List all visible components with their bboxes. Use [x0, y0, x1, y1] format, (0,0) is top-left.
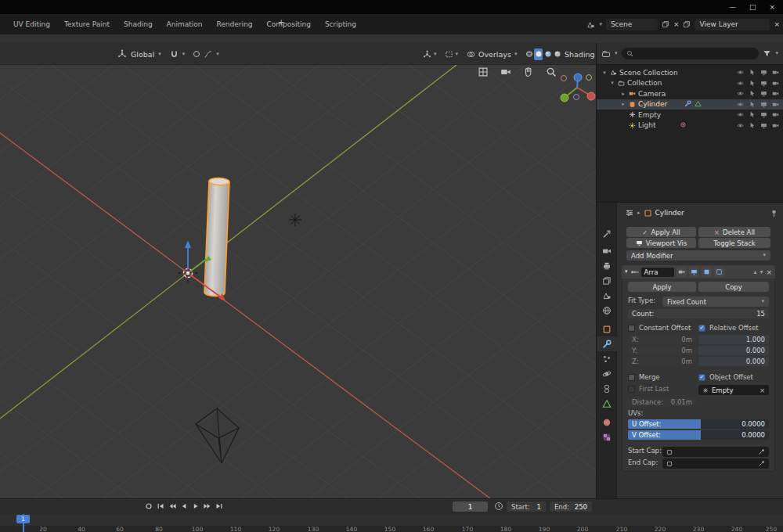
timeline-track[interactable]: [0, 514, 783, 526]
render-visibility-icon[interactable]: [772, 69, 779, 76]
axis-z-neg-handle[interactable]: [574, 95, 579, 100]
workspace-tab[interactable]: UV Editing: [6, 16, 57, 32]
properties-tab[interactable]: [597, 336, 617, 351]
modifier-close-button[interactable]: ×: [766, 268, 772, 276]
modifier-oncage-toggle[interactable]: [714, 267, 724, 277]
properties-tab[interactable]: [597, 258, 617, 273]
auto-keying-toggle[interactable]: [143, 501, 153, 512]
clear-object-button[interactable]: ×: [760, 386, 765, 394]
outliner-item-label[interactable]: Collection: [627, 79, 662, 87]
properties-tab[interactable]: [597, 273, 617, 288]
minimize-button[interactable]: —: [729, 3, 736, 11]
fit-type-dropdown[interactable]: Fixed Count: [662, 297, 769, 307]
first-last-checkbox[interactable]: [628, 386, 635, 393]
hide-eye-icon[interactable]: [737, 111, 744, 118]
eyedropper-icon[interactable]: [758, 460, 765, 467]
workspace-tab[interactable]: Scripting: [318, 16, 363, 32]
properties-tab[interactable]: [597, 381, 617, 396]
scene-name-field[interactable]: Scene: [606, 19, 658, 31]
new-scene-icon[interactable]: [662, 20, 669, 28]
object-offset-checkbox[interactable]: ✓: [698, 374, 705, 381]
render-visibility-icon[interactable]: [772, 90, 779, 97]
selectable-cursor-icon[interactable]: [749, 101, 756, 108]
properties-tab[interactable]: [597, 322, 617, 336]
frame-end-field[interactable]: End:250: [550, 501, 592, 512]
constant-offset-field[interactable]: Z:0m: [628, 357, 696, 366]
count-field[interactable]: Count: 15: [628, 309, 769, 318]
outliner-item-label[interactable]: Camera: [638, 90, 666, 98]
delete-all-button[interactable]: ×Delete All: [698, 227, 770, 237]
grid-snap-tool-icon[interactable]: [478, 66, 489, 77]
modifier-copy-button[interactable]: Copy: [698, 282, 769, 292]
snap-magnet-icon[interactable]: [170, 50, 179, 59]
array-modifier-header[interactable]: Arra ▴ ▾ ×: [622, 265, 775, 279]
modifier-editmode-toggle[interactable]: [702, 267, 712, 277]
workspace-tab[interactable]: Texture Paint: [57, 16, 117, 32]
axis-y-handle[interactable]: [561, 94, 568, 102]
use-preview-range-clock-icon[interactable]: [494, 501, 503, 511]
breadcrumb-object-name[interactable]: Cylinder: [655, 209, 684, 217]
play-reverse-button[interactable]: [179, 501, 189, 512]
properties-tab[interactable]: [597, 351, 617, 366]
outliner-item-label[interactable]: Cylinder: [638, 100, 667, 108]
relative-offset-checkbox[interactable]: ✓: [698, 325, 705, 332]
v-offset-slider[interactable]: V Offset: 0.0000: [628, 430, 769, 440]
merge-distance-field[interactable]: Distance: 0.01m: [628, 397, 696, 407]
modifier-move-up-button[interactable]: ▴: [753, 269, 756, 275]
shading-solid-button[interactable]: [534, 49, 543, 60]
selectable-cursor-icon[interactable]: [749, 90, 756, 97]
add-workspace-button[interactable]: +: [272, 14, 290, 31]
modifier-name-field[interactable]: Arra: [641, 268, 674, 277]
modifier-expand-icon[interactable]: [625, 269, 628, 275]
outliner-row[interactable]: ▸ Camera: [597, 88, 783, 99]
frame-start-field[interactable]: Start:1: [507, 501, 546, 512]
filter-funnel-icon[interactable]: [763, 49, 771, 58]
hide-eye-icon[interactable]: [737, 80, 744, 87]
selectable-cursor-icon[interactable]: [749, 111, 756, 118]
falloff-dropdown[interactable]: [216, 52, 219, 57]
render-visibility-icon[interactable]: [772, 101, 779, 108]
cylinder-object[interactable]: [204, 178, 229, 297]
relative-offset-field[interactable]: 0.000: [698, 346, 769, 355]
modifier-apply-button[interactable]: Apply: [628, 282, 696, 292]
properties-tab[interactable]: [597, 415, 617, 430]
start-cap-field[interactable]: [662, 447, 769, 457]
constant-offset-checkbox[interactable]: [628, 325, 635, 332]
workspace-tab[interactable]: Animation: [160, 16, 210, 32]
properties-editor-icon[interactable]: [625, 208, 634, 217]
selectable-cursor-icon[interactable]: [749, 69, 756, 76]
properties-tab[interactable]: [597, 288, 617, 303]
outliner-item-label[interactable]: Light: [638, 121, 655, 129]
end-cap-field[interactable]: [662, 458, 769, 469]
axis-x-handle[interactable]: [587, 92, 595, 100]
shading-rendered-button[interactable]: [553, 49, 561, 60]
unlink-scene-button[interactable]: ×: [673, 20, 680, 28]
timeline-ruler[interactable]: 2040608010011012013014015016017018019020…: [0, 526, 783, 532]
scene-browse-dropdown[interactable]: [599, 22, 602, 27]
proportional-falloff-icon[interactable]: [204, 50, 212, 59]
shading-dropdown[interactable]: Shading: [565, 43, 600, 65]
axis-z-handle[interactable]: [574, 74, 582, 81]
properties-tab[interactable]: [597, 366, 617, 381]
selectable-cursor-icon[interactable]: [749, 80, 756, 87]
viewport-canvas[interactable]: [0, 65, 596, 498]
constant-offset-field[interactable]: Y:0m: [628, 346, 696, 355]
axis-x-neg-handle[interactable]: [561, 76, 567, 81]
outliner-editor-icon[interactable]: [601, 49, 611, 59]
outliner-row[interactable]: Light: [597, 120, 783, 131]
relative-offset-field[interactable]: 1.000: [698, 335, 769, 344]
render-visibility-icon[interactable]: [772, 122, 779, 129]
viewport-visibility-icon[interactable]: [760, 80, 767, 87]
previous-keyframe-button[interactable]: [167, 501, 177, 512]
empty-object[interactable]: [289, 214, 301, 226]
modifier-render-toggle[interactable]: [677, 267, 687, 277]
properties-tab[interactable]: [597, 226, 617, 241]
jump-to-start-button[interactable]: [155, 501, 165, 512]
viewport-visibility-icon[interactable]: [760, 90, 767, 97]
hide-eye-icon[interactable]: [737, 101, 744, 108]
next-keyframe-button[interactable]: [202, 501, 212, 512]
close-button[interactable]: ×: [769, 3, 775, 11]
viewport-visibility-icon[interactable]: [760, 122, 767, 129]
eyedropper-icon[interactable]: [758, 448, 765, 455]
zoom-magnifier-icon[interactable]: [546, 66, 557, 77]
